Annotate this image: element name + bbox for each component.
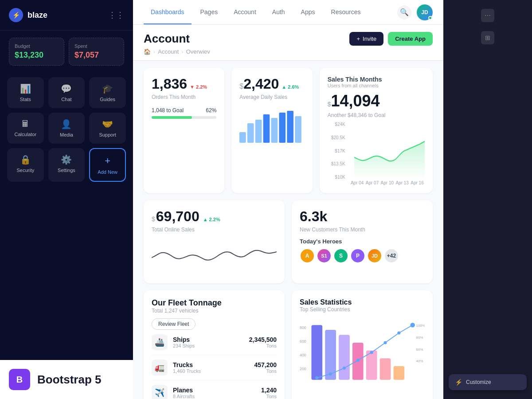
planes-name: Planes [173, 387, 195, 394]
guides-icon: 🎓 [102, 83, 113, 94]
sales-stats-title: Sales Statistics [300, 298, 425, 306]
media-icon: 👤 [61, 119, 72, 129]
wavy-chart [152, 240, 277, 275]
orders-card: 1,836 ▼ 2.2% Orders This Month 1,048 to … [144, 68, 224, 193]
customize-bar[interactable]: ⚡ Customize [449, 374, 527, 390]
wavy-chart-svg [152, 240, 277, 275]
orders-label: Orders This Month [152, 94, 216, 100]
breadcrumb-account[interactable]: Account [158, 48, 179, 55]
dashboard-content: 1,836 ▼ 2.2% Orders This Month 1,048 to … [133, 61, 443, 399]
sales-stats-chart-svg: 800 600 400 200 [300, 317, 425, 388]
tab-apps[interactable]: Apps [294, 0, 322, 24]
sales-line-chart-svg [354, 122, 425, 180]
support-icon: 🤝 [102, 119, 113, 129]
sidebar-item-calculator[interactable]: 🖩 Calculator [7, 113, 44, 144]
svg-rect-1 [247, 123, 254, 143]
ships-value: 2,345,500 [249, 336, 277, 343]
breadcrumb: 🏠 › Account › Overwiev [144, 48, 210, 55]
rp-icon-2[interactable]: ⊞ [481, 31, 494, 44]
svg-rect-4 [271, 118, 278, 143]
planes-unit: Tons [261, 394, 277, 399]
customize-label: Customize [466, 379, 491, 385]
sidebar-item-media[interactable]: 👤 Media [48, 113, 85, 144]
total-online-label: Total Online Sales [152, 227, 277, 233]
nav-grid: 📊 Stats 💬 Chat 🎓 Guides 🖩 Calculator 👤 M… [0, 73, 133, 184]
sidebar-item-add-new[interactable]: + Add New [89, 148, 126, 182]
page-title: Account [144, 32, 210, 46]
metrics-row-2: $ 69,700 ▲ 2.2% Total Online Sales 6.3k … [144, 200, 433, 283]
sales-goal-text: Another $48,346 to Goal [328, 112, 425, 118]
ships-name: Ships [173, 336, 195, 343]
breadcrumb-home[interactable]: 🏠 [144, 48, 151, 55]
svg-rect-17 [380, 358, 391, 379]
sidebar-item-settings[interactable]: ⚙️ Settings [48, 148, 85, 182]
fleet-title: Our Fleet Tonnage [152, 298, 277, 308]
trucks-value: 457,200 [254, 361, 277, 368]
tab-resources[interactable]: Resources [324, 0, 368, 24]
line-chart-container: $24K $20.5K $17K $13.5K $10K [328, 122, 425, 185]
svg-point-23 [370, 351, 373, 354]
progress-bar-fill [152, 116, 192, 119]
top-nav-right: 🔍 JD [397, 4, 433, 20]
sales-month-title: Sales This Months [328, 76, 382, 83]
svg-text:200: 200 [300, 367, 306, 371]
review-fleet-button[interactable]: Review Fleet [152, 318, 196, 330]
hero-avatar-2: S1 [317, 248, 332, 263]
svg-text:800: 800 [300, 325, 306, 330]
tab-pages[interactable]: Pages [193, 0, 225, 24]
total-online-card: $ 69,700 ▲ 2.2% Total Online Sales [144, 200, 285, 283]
tab-auth[interactable]: Auth [265, 0, 292, 24]
invite-button[interactable]: + Invite [349, 32, 383, 46]
tab-account[interactable]: Account [227, 0, 263, 24]
budget-value: $13,230 [15, 51, 59, 60]
ships-sub: 234 Ships [173, 343, 195, 348]
progress-section: 1,048 to Goal 62% [152, 107, 216, 119]
svg-rect-18 [394, 366, 405, 380]
online-indicator [428, 16, 432, 20]
svg-text:600: 600 [300, 339, 306, 344]
daily-sales-badge: ▲ 2.6% [282, 84, 299, 90]
bootstrap-label: Bootstrap 5 [37, 373, 101, 387]
menu-icon[interactable]: ⋮⋮ [108, 10, 124, 20]
user-avatar[interactable]: JD [417, 4, 433, 20]
ships-unit: Tons [249, 343, 277, 348]
heroes-label: Today's Heroes [300, 238, 425, 245]
sidebar-item-chat[interactable]: 💬 Chat [48, 77, 85, 108]
sidebar-header: ⚡ blaze ⋮⋮ [0, 0, 133, 31]
dark-blob-svg [443, 0, 532, 399]
svg-point-21 [343, 367, 346, 370]
hero-avatar-1: A [300, 248, 315, 263]
metrics-row-1: 1,836 ▼ 2.2% Orders This Month 1,048 to … [144, 68, 433, 193]
budget-card: Budget $13,230 [9, 38, 64, 66]
sidebar-item-support[interactable]: 🤝 Support [89, 113, 126, 144]
metrics-row-3: Our Fleet Tonnage Total 1,247 vehicles R… [144, 290, 433, 399]
sidebar-item-guides[interactable]: 🎓 Guides [89, 77, 126, 108]
progress-bar-background [152, 116, 216, 119]
main-content: Dashboards Pages Account Auth Apps Resou… [133, 0, 443, 399]
hero-count: +42 [384, 248, 399, 263]
fleet-card: Our Fleet Tonnage Total 1,247 vehicles R… [144, 290, 285, 399]
sidebar-label-support: Support [99, 132, 116, 137]
budget-label: Budget [15, 43, 59, 49]
svg-rect-2 [255, 120, 262, 143]
spent-label: Spent [74, 43, 118, 49]
daily-sales-card: $ 2,420 ▲ 2.6% Average Daily Sales [231, 68, 312, 193]
sidebar-label-add-new: Add New [98, 169, 117, 175]
rp-icon-1[interactable]: ⋯ [481, 9, 494, 22]
tab-dashboards[interactable]: Dashboards [144, 0, 192, 24]
spent-value: $7,057 [74, 51, 118, 60]
sidebar-item-security[interactable]: 🔒 Security [7, 148, 44, 182]
bar-chart-svg [239, 107, 304, 143]
daily-sales-label: Average Daily Sales [239, 94, 304, 100]
create-app-button[interactable]: Create App [388, 32, 433, 46]
svg-point-24 [383, 341, 387, 344]
bootstrap-icon: B [9, 369, 30, 390]
sidebar-label-settings: Settings [58, 168, 75, 173]
orders-value: 1,836 [152, 76, 187, 92]
sidebar-item-stats[interactable]: 📊 Stats [7, 77, 44, 108]
top-navigation: Dashboards Pages Account Auth Apps Resou… [133, 0, 443, 25]
new-customers-card: 6.3k New Customers This Month Today's He… [292, 200, 433, 283]
logo-text: blaze [27, 11, 47, 20]
search-button[interactable]: 🔍 [397, 5, 411, 20]
sidebar-label-chat: Chat [61, 97, 71, 102]
